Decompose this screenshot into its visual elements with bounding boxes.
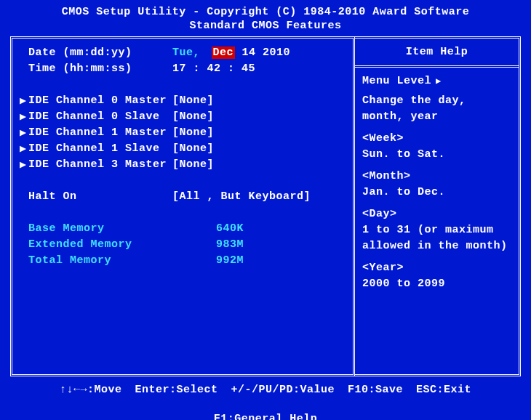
- help-day-heading: <Day>: [362, 206, 511, 222]
- time-field[interactable]: Time (hh:mm:ss) 17 : 42 : 45: [20, 60, 346, 76]
- triangle-right-icon: ▶: [20, 126, 28, 140]
- date-month-selected[interactable]: Dec: [212, 47, 236, 59]
- extended-memory-value: 983M: [172, 238, 346, 251]
- ide-value: [None]: [172, 110, 346, 123]
- help-year-text: 2000 to 2099: [362, 276, 511, 292]
- ide-channel-item[interactable]: ▶IDE Channel 1 Slave [None]: [20, 140, 346, 156]
- page-title: Standard CMOS Features: [0, 20, 531, 36]
- triangle-right-icon: ▶: [20, 94, 28, 108]
- help-week-heading: <Week>: [362, 131, 511, 147]
- help-description: Change the day, month, year: [362, 93, 511, 125]
- menu-level-label: Menu Level: [362, 75, 431, 87]
- help-year-heading: <Year>: [362, 260, 511, 276]
- extended-memory-label: Extended Memory: [28, 238, 132, 251]
- memory-row: Total Memory 992M: [20, 252, 346, 268]
- time-label: Time (hh:mm:ss): [28, 62, 132, 75]
- halt-on-label: Halt On: [28, 190, 77, 203]
- date-year[interactable]: 2010: [263, 47, 290, 59]
- triangle-right-icon: ▶: [20, 158, 28, 171]
- ide-value: [None]: [172, 142, 346, 155]
- app-title: CMOS Setup Utility - Copyright (C) 1984-…: [0, 0, 531, 20]
- base-memory-value: 640K: [172, 222, 346, 235]
- ide-label: IDE Channel 1 Slave: [28, 142, 160, 155]
- total-memory-label: Total Memory: [28, 254, 111, 267]
- total-memory-value: 992M: [172, 254, 346, 267]
- date-label: Date (mm:dd:yy): [28, 47, 132, 59]
- help-panel: Item Help Menu Level ▶ Change the day, m…: [355, 36, 521, 376]
- ide-value: [None]: [172, 126, 346, 139]
- hint-move: ↑↓←→:Move: [60, 382, 122, 398]
- memory-row: Base Memory 640K: [20, 220, 346, 236]
- time-value[interactable]: 17 : 42 : 45: [172, 62, 346, 75]
- help-week-text: Sun. to Sat.: [362, 147, 511, 163]
- ide-value: [None]: [172, 158, 346, 171]
- ide-label: IDE Channel 0 Master: [28, 94, 167, 107]
- date-field[interactable]: Date (mm:dd:yy) Tue, Dec 14 2010: [20, 44, 346, 60]
- help-month-heading: <Month>: [362, 169, 511, 185]
- date-weekday: Tue,: [172, 47, 200, 59]
- hint-save: F10:Save: [348, 382, 403, 398]
- footer-hints: ↑↓←→:Move Enter:Select +/-/PU/PD:Value F…: [0, 376, 531, 420]
- ide-label: IDE Channel 3 Master: [28, 158, 167, 171]
- hint-value: +/-/PU/PD:Value: [231, 382, 335, 398]
- hint-help: F1:General Help: [214, 411, 318, 420]
- help-day-text: 1 to 31 (or maximum allowed in the month…: [362, 222, 511, 254]
- help-title: Item Help: [355, 39, 519, 68]
- triangle-right-icon: ▶: [20, 142, 28, 156]
- hint-exit: ESC:Exit: [416, 382, 471, 398]
- triangle-right-icon: ▶: [20, 110, 28, 124]
- triangle-right-icon: ▶: [436, 76, 442, 86]
- ide-label: IDE Channel 1 Master: [28, 126, 167, 139]
- hint-enter: Enter:Select: [135, 382, 217, 398]
- ide-channel-item[interactable]: ▶IDE Channel 3 Master [None]: [20, 156, 346, 172]
- help-month-text: Jan. to Dec.: [362, 185, 511, 201]
- ide-label: IDE Channel 0 Slave: [28, 110, 160, 123]
- base-memory-label: Base Memory: [28, 222, 105, 235]
- halt-on-value: [All , But Keyboard]: [172, 190, 346, 203]
- halt-on-field[interactable]: Halt On [All , But Keyboard]: [20, 188, 346, 204]
- memory-row: Extended Memory 983M: [20, 236, 346, 252]
- ide-channel-item[interactable]: ▶IDE Channel 0 Master [None]: [20, 92, 346, 108]
- ide-channel-item[interactable]: ▶IDE Channel 1 Master [None]: [20, 124, 346, 140]
- ide-value: [None]: [172, 94, 346, 107]
- ide-channel-item[interactable]: ▶IDE Channel 0 Slave [None]: [20, 108, 346, 124]
- date-day[interactable]: 14: [242, 47, 256, 59]
- main-panel: Date (mm:dd:yy) Tue, Dec 14 2010 Time (h…: [10, 36, 355, 376]
